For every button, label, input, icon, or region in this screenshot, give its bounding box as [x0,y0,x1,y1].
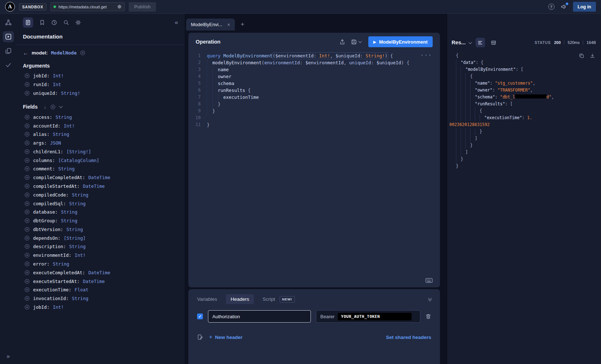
field-item[interactable]: comment:String [16,165,185,173]
add-to-query-icon[interactable] [24,192,30,198]
add-to-query-icon[interactable] [24,270,30,275]
doc-field-type[interactable]: Float [75,287,88,292]
collections-icon[interactable] [5,48,12,54]
history-icon[interactable] [51,20,57,25]
new-tab-icon[interactable]: + [241,21,244,31]
fields-options-icon[interactable] [59,105,63,108]
publish-button[interactable]: Publish [129,2,156,12]
collapse-bottom-panel-icon[interactable] [429,298,431,301]
tab-headers[interactable]: Headers [226,294,254,304]
field-item[interactable]: accountId:Int! [16,121,185,130]
field-item[interactable]: compiledSql:String [16,199,185,208]
add-to-query-icon[interactable] [24,158,30,163]
doc-field-type[interactable]: Int! [75,252,85,258]
run-operation-button[interactable]: ▶ ModelByEnvironment [368,36,433,47]
response-body[interactable]: {"data": {"modelByEnvironment": [{"name"… [447,47,601,364]
save-operation-control[interactable] [351,39,361,45]
field-item[interactable]: dbtGroup:String [16,217,185,225]
close-tab-icon[interactable]: × [227,22,230,28]
doc-field-type[interactable]: [String!] [67,149,91,154]
sort-fields-icon[interactable]: ↓ [44,104,46,110]
add-to-query-icon[interactable] [24,140,30,146]
apollo-logo[interactable]: A [5,2,15,12]
breadcrumb-type[interactable]: ModelNode [51,50,76,56]
field-item[interactable]: jobId:Int! [16,303,185,312]
doc-field-type[interactable]: String [56,114,72,120]
checks-icon[interactable] [5,62,12,68]
editor-line[interactable]: 1query ModelByEnvironment($environmentId… [188,52,440,59]
header-enabled-checkbox[interactable]: ✓ [197,314,203,319]
add-to-query-icon[interactable] [24,252,30,258]
field-item[interactable]: executeCompletedAt:DateTime [16,268,185,277]
response-selector[interactable]: Res... [452,40,472,45]
add-type-icon[interactable] [80,50,85,56]
new-header-button[interactable]: + New header [209,334,243,340]
operation-editor[interactable]: ··· 1query ModelByEnvironment($environme… [188,51,440,287]
doc-field-type[interactable]: [CatalogColumn] [58,158,99,163]
add-to-query-icon[interactable] [24,244,30,249]
field-item[interactable]: invocationId:String [16,294,185,303]
doc-field-type[interactable]: JSON [50,140,61,146]
add-all-fields-icon[interactable] [50,104,56,110]
doc-field-type[interactable]: DateTime [88,270,110,275]
settings-icon[interactable] [75,20,81,25]
doc-field-type[interactable]: Int! [53,304,64,310]
add-to-query-icon[interactable] [24,201,30,206]
doc-field-type[interactable]: String [53,132,69,137]
field-item[interactable]: access:String [16,113,185,121]
announcements-icon[interactable] [561,4,567,10]
doc-field-type[interactable]: String [53,261,69,267]
field-item[interactable]: dbtVersion:String [16,225,185,234]
editor-line[interactable]: 10 [188,114,440,121]
doc-field-type[interactable]: String [72,296,88,301]
editor-line[interactable]: 3name [188,66,440,73]
argument-item[interactable]: uniqueId:String! [16,89,185,98]
add-to-query-icon[interactable] [24,123,30,129]
endpoint-url-input[interactable]: https://metadata.cloud.get [51,2,125,11]
editor-line[interactable]: 6runResults { [188,87,440,94]
doc-field-type[interactable]: String [67,227,83,232]
add-to-query-icon[interactable] [24,218,30,223]
field-item[interactable]: alias:String [16,130,185,139]
field-item[interactable]: childrenL1:[String!] [16,147,185,156]
explorer-icon[interactable] [3,31,14,42]
bookmark-icon[interactable] [39,20,45,25]
field-item[interactable]: error:String [16,260,185,268]
add-to-query-icon[interactable] [24,235,30,241]
tab-script[interactable]: Script [263,296,275,302]
doc-field-type[interactable]: Int! [53,73,64,78]
add-to-query-icon[interactable] [24,209,30,215]
editor-line[interactable]: 8} [188,101,440,108]
editor-line[interactable]: 2modelByEnvironment(environmentId: $envi… [188,59,440,66]
expand-rail-icon[interactable]: » [7,353,10,360]
doc-field-type[interactable]: String [69,244,85,249]
doc-field-type[interactable]: String [61,218,77,223]
header-value-input[interactable]: Bearer YOUR_AUTH_TOKEN [316,310,420,323]
delete-header-icon[interactable] [425,314,431,319]
search-icon[interactable] [63,20,69,25]
save-options-icon[interactable] [358,40,362,43]
back-icon[interactable]: ← [23,50,28,56]
download-response-icon[interactable] [590,53,595,58]
add-to-query-icon[interactable] [24,279,30,284]
header-key-input[interactable] [208,310,311,323]
add-to-query-icon[interactable] [24,183,30,189]
field-item[interactable]: compileCompletedAt:DateTime [16,173,185,182]
field-item[interactable]: description:String [16,242,185,251]
editor-line[interactable]: 5schema [188,80,440,87]
argument-item[interactable]: jobId:Int! [16,72,185,80]
share-operation-icon[interactable] [339,39,345,45]
schema-icon[interactable] [5,19,12,26]
doc-field-type[interactable]: String [69,201,85,206]
formatted-view-icon[interactable] [476,38,485,47]
add-to-query-icon[interactable] [24,90,30,96]
field-item[interactable]: executeStartedAt:DateTime [16,277,185,286]
add-to-query-icon[interactable] [24,82,30,87]
editor-line[interactable]: 7executionTime [188,94,440,101]
table-view-icon[interactable] [489,38,498,47]
add-to-query-icon[interactable] [24,287,30,292]
editor-line[interactable]: 11} [188,121,440,128]
doc-field-type[interactable]: Int! [64,123,75,129]
doc-field-type[interactable]: DateTime [88,175,110,180]
doc-field-type[interactable]: String! [61,90,80,96]
